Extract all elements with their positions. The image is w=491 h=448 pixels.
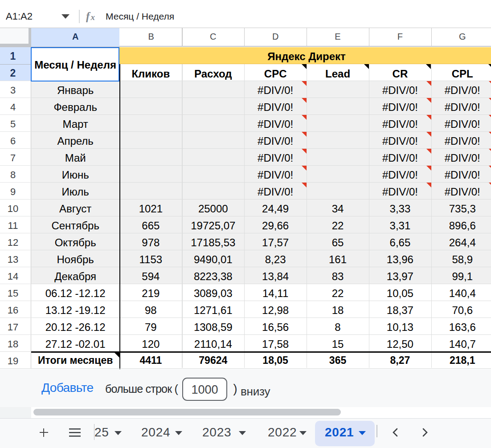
svg-text:f: f xyxy=(86,10,91,22)
svg-text:x: x xyxy=(90,12,95,22)
